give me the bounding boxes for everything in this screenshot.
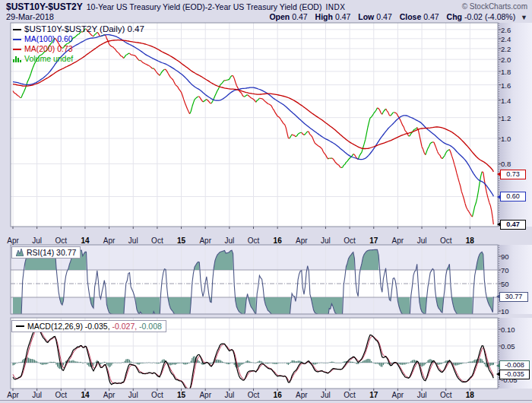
main-legend: $UST10Y-$UST2Y (Daily) 0.47 MA(100) 0.60… bbox=[13, 24, 144, 64]
ma200-value-callout: 0.73 bbox=[500, 170, 526, 179]
x-axis-label: Apr bbox=[103, 391, 116, 399]
ma100-legend-label: MA(100) 0.60 bbox=[24, 34, 73, 44]
macd-y-label: 0.10 bbox=[501, 325, 515, 334]
price-line-swatch bbox=[13, 29, 21, 30]
ma200-legend-label: MA(200) 0.73 bbox=[24, 44, 73, 54]
x-axis-label: 15 bbox=[177, 236, 185, 245]
x-axis-label: Oct bbox=[55, 236, 68, 245]
x-axis-label: 16 bbox=[274, 391, 282, 399]
price-legend-label: $UST10Y-$UST2Y (Daily) 0.47 bbox=[24, 24, 144, 34]
x-axis-label: Apr bbox=[199, 236, 211, 245]
x-axis-label: 17 bbox=[369, 236, 378, 245]
main-y-label: 2.6 bbox=[501, 26, 511, 34]
main-y-label: 2.4 bbox=[501, 35, 511, 43]
rsi-legend-label: RSI(14) 30.77 bbox=[27, 248, 76, 257]
last-price-callout: 0.47 bbox=[500, 220, 526, 230]
legend-volume-row: Volume undef bbox=[13, 54, 144, 64]
ma200-line-swatch bbox=[13, 49, 21, 50]
x-axis-label: Apr bbox=[7, 391, 19, 399]
macd-value-callout: -0.035 bbox=[499, 370, 530, 379]
main-y-label: 1.6 bbox=[501, 81, 511, 90]
x-axis-label: Jul bbox=[417, 236, 427, 245]
legend-ma100-row: MA(100) 0.60 bbox=[13, 34, 144, 44]
x-axis-label: 18 bbox=[466, 391, 474, 399]
macd-legend-values: MACD(12,26,9) -0.035, bbox=[27, 322, 110, 331]
stockcharts-chart: $UST10Y-$UST2Y10-Year US Treasury Yield … bbox=[0, 0, 532, 403]
x-axis-label: Apr bbox=[392, 391, 404, 399]
x-axis-label: 15 bbox=[177, 391, 185, 399]
x-axis-label: Jul bbox=[32, 391, 42, 399]
x-axis-label: Oct bbox=[344, 236, 356, 245]
x-axis-label: Jul bbox=[224, 391, 234, 399]
x-axis-label: Jul bbox=[32, 236, 42, 245]
macd-legend-box: MACD(12,26,9) -0.035, -0.027, -0.008 bbox=[11, 320, 166, 332]
x-axis-label: Jul bbox=[321, 391, 331, 399]
x-axis-label: Oct bbox=[151, 236, 163, 245]
legend-ma200-row: MA(200) 0.73 bbox=[13, 44, 144, 54]
main-y-label: 0.8 bbox=[501, 160, 511, 168]
macd-hist-value: -0.008 bbox=[137, 322, 162, 331]
rsi-legend-box: RSI(14) 30.77 bbox=[11, 246, 81, 259]
x-axis-label: Jul bbox=[321, 236, 331, 245]
x-axis-label: Apr bbox=[7, 236, 19, 245]
volume-bars-icon bbox=[13, 56, 21, 62]
x-axis-label: Apr bbox=[296, 236, 308, 245]
x-axis-label: 14 bbox=[81, 236, 89, 245]
macd-line-swatch bbox=[16, 325, 24, 327]
x-axis-label: 14 bbox=[81, 391, 89, 399]
rsi-y-label: 70 bbox=[501, 266, 509, 274]
x-axis-label: Apr bbox=[199, 391, 211, 399]
volume-legend-label: Volume undef bbox=[24, 54, 73, 64]
legend-price-row: $UST10Y-$UST2Y (Daily) 0.47 bbox=[13, 24, 144, 34]
rsi-value-callout: 30.77 bbox=[499, 292, 528, 302]
x-axis-label: Oct bbox=[248, 391, 260, 399]
x-axis-label: Apr bbox=[392, 236, 404, 245]
main-y-label: 2.2 bbox=[501, 45, 511, 53]
x-axis-label: 17 bbox=[369, 391, 378, 399]
rsi-y-label: 90 bbox=[501, 252, 509, 261]
x-axis-label: Oct bbox=[55, 391, 68, 399]
x-axis-label: Jul bbox=[417, 391, 427, 399]
x-axis-label: Apr bbox=[296, 391, 308, 399]
x-axis-label: Apr bbox=[103, 236, 116, 245]
x-axis-label: Jul bbox=[128, 391, 138, 399]
rsi-y-label: 50 bbox=[501, 280, 509, 288]
ma100-line-swatch bbox=[13, 39, 21, 40]
macd-y-label: 0.05 bbox=[501, 342, 515, 351]
main-y-label: 1.0 bbox=[501, 135, 511, 143]
x-axis-label: Oct bbox=[440, 236, 452, 245]
x-axis-label: Oct bbox=[248, 236, 260, 245]
main-y-label: 1.8 bbox=[501, 68, 511, 76]
x-axis-label: Oct bbox=[440, 391, 452, 399]
x-axis-label: 18 bbox=[466, 236, 474, 245]
ma100-value-callout: 0.60 bbox=[500, 192, 526, 202]
rsi-indicator-icon bbox=[16, 249, 24, 256]
macd-signal-value: -0.027, bbox=[110, 322, 138, 331]
x-axis-label: Jul bbox=[224, 236, 234, 245]
x-axis-label: Jul bbox=[128, 236, 138, 245]
main-y-label: 1.2 bbox=[501, 114, 511, 122]
main-y-label: 1.4 bbox=[501, 97, 511, 105]
x-axis-label: Oct bbox=[151, 391, 163, 399]
x-axis-label: Oct bbox=[344, 391, 356, 399]
rsi-y-label: 10 bbox=[501, 307, 509, 316]
main-y-label: 2.0 bbox=[501, 56, 511, 64]
x-axis-label: 16 bbox=[274, 236, 282, 245]
